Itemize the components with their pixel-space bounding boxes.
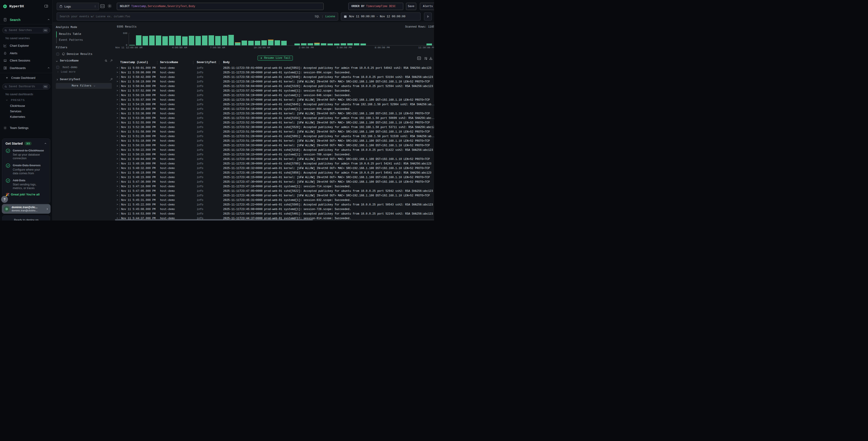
table-row[interactable]: >Nov 11 5:50:33.000 PMhost-demoinfo2025-…	[115, 144, 434, 148]
row-expand-chevron[interactable]: >	[117, 80, 118, 83]
histogram-bar[interactable]	[222, 36, 227, 45]
sidebar-collapse-button[interactable]	[44, 4, 48, 8]
row-expand-chevron[interactable]: >	[117, 108, 118, 110]
sidebar-item-dashboards[interactable]: Dashboards	[3, 66, 50, 70]
sidebar-item-search[interactable]: Search	[3, 18, 50, 22]
table-row[interactable]: >Nov 11 5:47:05.000 PMhost-demoinfo2025-…	[115, 189, 434, 194]
histogram-bar[interactable]	[281, 41, 287, 45]
histogram-bar[interactable]	[261, 40, 267, 45]
table-row[interactable]: >Nov 11 5:51:28.000 PMhost-demoinfo2025-…	[115, 135, 434, 139]
col-body[interactable]: Body	[223, 61, 230, 64]
row-expand-chevron[interactable]: >	[117, 139, 118, 142]
get-started-step[interactable]: Connect to ClickHouseSet up your databas…	[5, 148, 47, 160]
row-expand-chevron[interactable]: >	[117, 94, 118, 96]
row-expand-chevron[interactable]: >	[117, 176, 118, 179]
row-expand-chevron[interactable]: >	[117, 153, 118, 156]
facet-severitytext[interactable]: SeverityText	[60, 78, 81, 81]
histogram-bar[interactable]	[169, 36, 175, 45]
row-expand-chevron[interactable]: >	[117, 117, 118, 119]
chevron-up-icon[interactable]	[47, 66, 50, 69]
row-expand-chevron[interactable]: >	[117, 126, 118, 128]
histogram-bar[interactable]	[354, 43, 359, 45]
row-expand-chevron[interactable]: >	[117, 144, 118, 147]
sidebar-item-team-settings[interactable]: Team Settings	[3, 126, 50, 130]
table-row[interactable]: >Nov 11 5:48:19.000 PMhost-demoinfo2025-…	[115, 171, 434, 175]
column-resize-handle[interactable]	[193, 61, 193, 64]
histogram-bar[interactable]	[347, 43, 353, 45]
run-query-button[interactable]	[424, 12, 432, 21]
table-row[interactable]: >Nov 11 5:47:30.000 PMhost-demoinfo2025-…	[115, 180, 434, 184]
load-more-link[interactable]: Load more	[61, 70, 75, 74]
histogram-bar[interactable]	[255, 41, 260, 45]
saved-searches-input[interactable]: Saved Searches ⌘K	[2, 27, 50, 33]
table-row[interactable]: >Nov 11 5:48:32.000 PMhost-demoinfo2025-…	[115, 166, 434, 171]
more-filters-button[interactable]: More filters	[56, 83, 112, 89]
pin-icon[interactable]	[110, 59, 113, 62]
facet-value-checkbox[interactable]	[56, 66, 59, 69]
chevron-down-icon[interactable]	[55, 60, 58, 63]
table-row[interactable]: >Nov 11 5:54:16.000 PMhost-demoinfo2025-…	[115, 107, 434, 112]
row-expand-chevron[interactable]: >	[117, 149, 118, 151]
histogram-bar[interactable]	[202, 35, 208, 45]
table-row[interactable]: >Nov 11 5:48:39.000 PMhost-demoinfo2025-…	[115, 162, 434, 166]
chevron-up-icon[interactable]	[47, 18, 50, 21]
wrap-lines-icon[interactable]	[424, 56, 428, 60]
mode-event-patterns[interactable]: Event Patterns	[59, 38, 83, 42]
column-resize-handle[interactable]	[157, 61, 157, 64]
row-expand-chevron[interactable]: >	[117, 76, 118, 78]
row-expand-chevron[interactable]: >	[117, 199, 118, 201]
histogram-bar[interactable]	[136, 35, 142, 45]
histogram-bar[interactable]	[308, 43, 313, 45]
row-expand-chevron[interactable]: >	[117, 194, 118, 197]
row-expand-chevron[interactable]: >	[117, 203, 118, 206]
table-row[interactable]: >Nov 11 5:51:18.000 PMhost-demoinfo2025-…	[115, 139, 434, 144]
chart-plot[interactable]	[129, 31, 434, 45]
orderby-input[interactable]: ORDER BY TimestampTime DESC	[348, 3, 403, 10]
histogram-bar[interactable]	[215, 36, 221, 45]
table-row[interactable]: >Nov 11 5:53:36.000 PMhost-demoinfo2025-…	[115, 112, 434, 116]
table-row[interactable]: >Nov 11 5:45:08.000 PMhost-demoinfo2025-…	[115, 207, 434, 212]
create-dashboard-button[interactable]: Create Dashboard	[5, 76, 50, 80]
table-row[interactable]: >Nov 11 5:50:22.000 PMhost-demoinfo2025-…	[115, 148, 434, 153]
histogram-bar[interactable]	[176, 36, 181, 45]
row-expand-chevron[interactable]: >	[117, 167, 118, 170]
pin-icon[interactable]	[110, 78, 113, 81]
resume-live-tail-button[interactable]: Resume Live Tail	[257, 56, 293, 61]
histogram-bar[interactable]	[294, 43, 300, 45]
sidebar-item-chart-explorer[interactable]: Chart Explorer	[3, 44, 50, 48]
row-expand-chevron[interactable]: >	[117, 158, 118, 160]
histogram-bar[interactable]	[328, 43, 333, 45]
query-settings-gear-icon[interactable]	[107, 4, 112, 8]
histogram-bar[interactable]	[361, 43, 366, 45]
table-row[interactable]: >Nov 11 5:48:15.000 PMhost-demoinfo2025-…	[115, 175, 434, 180]
preset-kubernetes[interactable]: Kubernetes	[10, 115, 25, 118]
row-expand-chevron[interactable]: >	[117, 185, 118, 188]
histogram-bar[interactable]	[314, 43, 320, 45]
row-expand-chevron[interactable]: >	[117, 135, 118, 138]
row-expand-chevron[interactable]: >	[117, 103, 118, 106]
table-row[interactable]: >Nov 11 5:46:48.000 PMhost-demoinfo2025-…	[115, 194, 434, 198]
lucene-mode-toggle[interactable]: Lucene	[326, 15, 335, 18]
row-expand-chevron[interactable]: >	[117, 98, 118, 101]
get-started-step[interactable]: Add DataStart sending logs, metrics, or …	[5, 178, 47, 190]
table-row[interactable]: >Nov 11 5:56:19.000 PMhost-demoinfo2025-…	[115, 93, 434, 98]
table-row[interactable]: >Nov 11 5:47:16.000 PMhost-demoinfo2025-…	[115, 184, 434, 189]
col-timestamp[interactable]: Timestamp (Local)	[120, 61, 148, 64]
event-search-input[interactable]: Search your events w/ Lucene ex. column:…	[57, 12, 338, 21]
table-row[interactable]: >Nov 11 5:59:01.000 PMhost-demoinfo2025-…	[115, 66, 434, 70]
row-expand-chevron[interactable]: >	[117, 180, 118, 183]
histogram-bar[interactable]	[341, 43, 346, 45]
mode-results-table[interactable]: Results Table	[59, 33, 81, 36]
chevron-right-icon[interactable]	[56, 78, 59, 81]
facet-search-icon[interactable]	[104, 59, 108, 62]
histogram-bar[interactable]	[235, 43, 241, 45]
table-row[interactable]: >Nov 11 5:58:19.000 PMhost-demoinfo2025-…	[115, 80, 434, 84]
table-row[interactable]: >Nov 11 5:58:42.000 PMhost-demoinfo2025-…	[115, 75, 434, 80]
column-resize-handle[interactable]	[219, 61, 219, 64]
help-button[interactable]: ?	[1, 196, 8, 203]
table-row[interactable]: >Nov 11 5:52:38.000 PMhost-demoinfo2025-…	[115, 125, 434, 130]
histogram-bar[interactable]	[209, 35, 214, 45]
histogram-bar[interactable]	[189, 36, 194, 45]
table-row[interactable]: >Nov 11 5:58:04.000 PMhost-demoinfo2025-…	[115, 84, 434, 89]
histogram-bar[interactable]	[228, 35, 234, 45]
